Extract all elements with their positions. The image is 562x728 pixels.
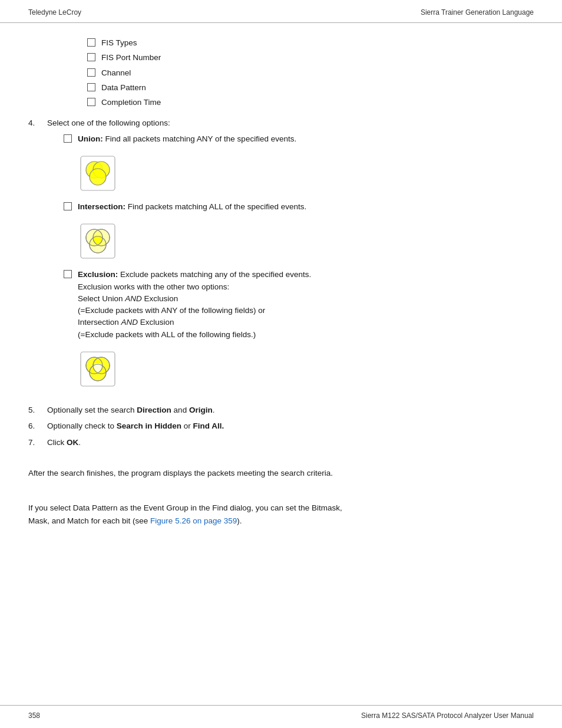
page-header: Teledyne LeCroy Sierra Trainer Generatio…: [0, 0, 562, 23]
step-7-ok: OK: [67, 438, 78, 447]
data-pattern-text-3: ).: [237, 516, 242, 525]
step-7-number: 7.: [28, 436, 47, 449]
step-5-text: Optionally set the search Direction and …: [47, 404, 214, 417]
exclusion-venn-icon: [80, 351, 115, 387]
checkbox-icon: [87, 83, 95, 91]
svg-point-3: [90, 169, 106, 185]
step-5-origin: Origin: [189, 406, 213, 414]
step-7-text: Click OK.: [47, 436, 81, 449]
intersection-list: Intersection: Find packets matching ALL …: [64, 201, 534, 213]
step-5-row: 5. Optionally set the search Direction a…: [28, 404, 534, 417]
exclusion-line-5: (=Exclude packets with ALL of the follow…: [78, 330, 256, 339]
exclusion-item: Exclusion: Exclude packets matching any …: [64, 269, 534, 341]
footer-page-number: 358: [28, 711, 40, 720]
page-footer: 358 Sierra M122 SAS/SATA Protocol Analyz…: [0, 705, 562, 728]
data-pattern-para: If you select Data Pattern as the Event …: [28, 502, 534, 527]
step-6-search-hidden: Search in Hidden: [117, 421, 181, 430]
union-list: Union: Find all packets matching ANY of …: [64, 133, 534, 145]
list-item: Channel: [87, 67, 534, 79]
checkbox-icon: [64, 202, 72, 210]
step-6-number: 6.: [28, 420, 47, 433]
step-4-text: Select one of the following options:: [47, 117, 170, 130]
checkbox-icon: [87, 98, 95, 106]
header-title: Sierra Trainer Generation Language: [421, 8, 534, 17]
bullet-list: FIS Types FIS Port Number Channel Data P…: [87, 37, 534, 108]
page: Teledyne LeCroy Sierra Trainer Generatio…: [0, 0, 562, 728]
step-6-find-all: Find All.: [193, 421, 224, 430]
checkbox-icon: [87, 38, 95, 47]
exclusion-line-2: Select Union AND Exclusion: [78, 294, 178, 303]
list-item: FIS Port Number: [87, 52, 534, 64]
intersection-text: Intersection: Find packets matching ALL …: [78, 201, 306, 213]
step-6-row: 6. Optionally check to Search in Hidden …: [28, 420, 534, 433]
step-5-number: 5.: [28, 404, 47, 417]
union-icon-block: [80, 156, 534, 193]
intersection-item: Intersection: Find packets matching ALL …: [64, 201, 534, 213]
list-item-text: Data Pattern: [101, 82, 146, 94]
intersection-icon-block: [80, 223, 534, 261]
step-4-row: 4. Select one of the following options:: [28, 117, 534, 130]
union-item: Union: Find all packets matching ANY of …: [64, 133, 534, 145]
header-company: Teledyne LeCroy: [28, 8, 81, 17]
checkbox-icon: [87, 53, 95, 61]
main-content: FIS Types FIS Port Number Channel Data P…: [0, 23, 562, 571]
step-7-row: 7. Click OK.: [28, 436, 534, 449]
union-description: Find all packets matching ANY of the spe…: [103, 134, 296, 143]
exclusion-text: Exclusion: Exclude packets matching any …: [78, 269, 311, 341]
step-4-number: 4.: [28, 117, 47, 130]
intersection-label: Intersection:: [78, 202, 125, 211]
union-venn-icon: [80, 156, 115, 191]
list-item: FIS Types: [87, 37, 534, 49]
exclusion-list: Exclusion: Exclude packets matching any …: [64, 269, 534, 341]
exclusion-icon-block: [80, 351, 534, 388]
checkbox-icon: [87, 68, 95, 77]
data-pattern-text-2: Mask, and Match for each bit (see: [28, 516, 150, 525]
checkbox-icon: [64, 134, 72, 143]
intersection-description: Find packets matching ALL of the specifi…: [125, 202, 306, 211]
exclusion-line-1: Exclusion works with the other two optio…: [78, 282, 229, 291]
list-item: Data Pattern: [87, 82, 534, 94]
checkbox-icon: [64, 270, 72, 278]
data-pattern-text-1: If you select Data Pattern as the Event …: [28, 503, 342, 512]
list-item-text: FIS Types: [101, 37, 137, 49]
exclusion-label: Exclusion:: [78, 270, 118, 279]
after-search-para: After the search finishes, the program d…: [28, 467, 534, 480]
exclusion-description: Exclude packets matching any of the spec…: [118, 270, 311, 279]
list-item-text: Completion Time: [101, 97, 161, 108]
intersection-venn-icon: [80, 223, 115, 259]
step-6-text: Optionally check to Search in Hidden or …: [47, 420, 224, 433]
union-text: Union: Find all packets matching ANY of …: [78, 133, 296, 145]
exclusion-line-3: (=Exclude packets with ANY of the follow…: [78, 306, 265, 315]
list-item-text: Channel: [101, 67, 131, 79]
list-item: Completion Time: [87, 97, 534, 108]
union-label: Union:: [78, 134, 103, 143]
list-item-text: FIS Port Number: [101, 52, 161, 64]
footer-manual-title: Sierra M122 SAS/SATA Protocol Analyzer U…: [361, 711, 534, 720]
exclusion-line-4: Intersection AND Exclusion: [78, 318, 174, 327]
step-5-direction: Direction: [137, 406, 171, 414]
figure-link[interactable]: Figure 5.26 on page 359: [150, 516, 237, 525]
